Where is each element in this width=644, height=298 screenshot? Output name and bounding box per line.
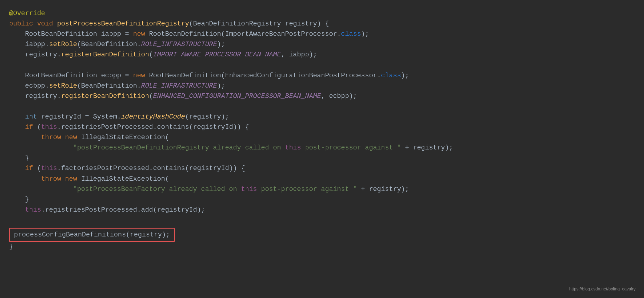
code-line-8: if (this.registriesPostProcessed.contain…: [9, 122, 632, 132]
code-line-9: throw new IllegalStateException(: [9, 132, 632, 143]
kw-new-3: new: [65, 134, 77, 141]
string-2b: post-processor against ": [257, 186, 357, 193]
kw-if-1: if: [25, 123, 33, 131]
kw-throw-2: throw: [41, 175, 61, 183]
code-line-2: iabpp.setRole(BeanDefinition.ROLE_INFRAS…: [9, 39, 632, 50]
string-1: "postProcessBeanDefinitionRegistry alrea…: [73, 144, 285, 152]
kw-int: int: [25, 113, 37, 121]
this-in-string-2: this: [241, 186, 257, 193]
method-register-1: registerBeanDefinition: [61, 51, 149, 59]
method-setrole-1: setRole: [49, 41, 77, 48]
code-line-10: "postProcessBeanDefinitionRegistry alrea…: [9, 143, 632, 153]
code-line-12: if (this.factoriesPostProcessed.contains…: [9, 163, 632, 174]
method-identity-hashcode: identityHashCode: [121, 113, 185, 121]
const-enhanced-config: ENHANCED_CONFIGURATION_PROCESSOR_BEAN_NA…: [153, 92, 321, 100]
code-line-11: }: [9, 153, 632, 163]
string-2: "postProcessBeanFactory already called o…: [73, 186, 241, 193]
const-import-aware: IMPORT_AWARE_PROCESSOR_BEAN_NAME: [153, 51, 281, 59]
code-line-7: int registryId = System.identityHashCode…: [9, 112, 632, 122]
code-line-13: throw new IllegalStateException(: [9, 174, 632, 184]
code-line-close: }: [9, 242, 632, 252]
code-line-4: RootBeanDefinition ecbpp = new RootBeanD…: [9, 71, 632, 81]
const-role-infra-1: ROLE_INFRASTRUCTURE: [141, 41, 217, 48]
highlighted-text: processConfigBeanDefinitions(registry);: [14, 231, 170, 239]
code-container: @Override public void postProcessBeanDef…: [0, 0, 644, 298]
code-line-highlighted: processConfigBeanDefinitions(registry);: [9, 226, 632, 242]
kw-new-2: new: [133, 72, 145, 79]
code-line-6: registry.registerBeanDefinition(ENHANCED…: [9, 91, 632, 102]
class-keyword-2: class: [381, 72, 401, 79]
this-in-string-1: this: [285, 144, 301, 152]
code-line-method-sig: public void postProcessBeanDefinitionReg…: [9, 19, 632, 29]
code-line-empty-3: [9, 215, 632, 226]
code-line-14: "postProcessBeanFactory already called o…: [9, 184, 632, 195]
kw-throw-1: throw: [41, 134, 61, 141]
code-line-empty-2: [9, 102, 632, 112]
const-role-infra-2: ROLE_INFRASTRUCTURE: [141, 82, 217, 90]
code-line-1: RootBeanDefinition iabpp = new RootBeanD…: [9, 29, 632, 39]
code-line-3: registry.registerBeanDefinition(IMPORT_A…: [9, 50, 632, 60]
kw-new-4: new: [65, 175, 77, 183]
annotation-text: @Override: [9, 10, 45, 17]
highlighted-block: processConfigBeanDefinitions(registry);: [9, 228, 175, 242]
code-line-15: }: [9, 195, 632, 205]
class-keyword-1: class: [341, 30, 361, 38]
code-line-empty-1: [9, 60, 632, 70]
this-kw-2: this: [41, 165, 57, 172]
kw-new-1: new: [133, 30, 145, 38]
kw-public: public: [9, 20, 33, 28]
this-kw-3: this: [25, 206, 41, 214]
method-name: postProcessBeanDefinitionRegistry: [57, 20, 189, 28]
method-register-2: registerBeanDefinition: [61, 92, 149, 100]
code-line-5: ecbpp.setRole(BeanDefinition.ROLE_INFRAS…: [9, 81, 632, 91]
kw-if-2: if: [25, 165, 33, 172]
code-line-16: this.registriesPostProcessed.add(registr…: [9, 205, 632, 215]
kw-void: void: [37, 20, 53, 28]
code-line-annotation: @Override: [9, 8, 632, 19]
watermark: https://blog.csdn.net/boling_cavalry: [569, 286, 636, 293]
string-1b: post-processor against ": [301, 144, 401, 152]
this-kw-1: this: [41, 123, 57, 131]
method-setrole-2: setRole: [49, 82, 77, 90]
